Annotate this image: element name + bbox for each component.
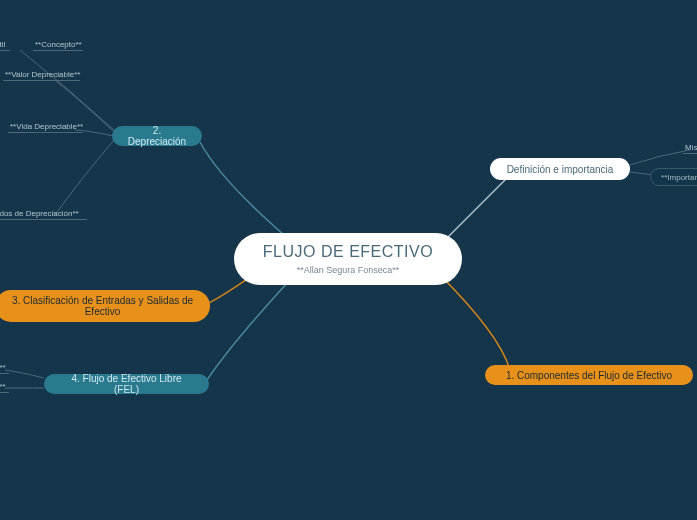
center-node[interactable]: FLUJO DE EFECTIVO **Allan Segura Fonseca…: [234, 233, 462, 285]
node-depreciacion[interactable]: 2. Depreciación: [112, 126, 202, 146]
leaf-fel-a-line: [0, 392, 9, 393]
leaf-util-line: [0, 50, 10, 51]
node-clasificacion[interactable]: 3. Clasificación de Entradas y Salidas d…: [0, 290, 210, 322]
node-fel[interactable]: 4. Flujo de Efectivo Libre (FEL): [44, 374, 209, 394]
leaf-vida-depreciable: **Vida Depreciable**: [10, 122, 83, 131]
node-definicion[interactable]: Definición e importancia: [490, 158, 630, 180]
leaf-concepto-line: [33, 50, 83, 51]
node-definicion-label: Definición e importancia: [507, 164, 614, 175]
leaf-fel-a: a**: [0, 382, 6, 391]
leaf-util: útil: [0, 40, 5, 49]
leaf-metodos-line: [0, 219, 87, 220]
center-subtitle: **Allan Segura Fonseca**: [297, 265, 400, 275]
leaf-metodos: odos de Depreciación**: [0, 209, 79, 218]
node-componentes[interactable]: 1. Componentes del Flujo de Efectivo: [485, 365, 693, 385]
leaf-mis: Mis: [685, 143, 697, 152]
leaf-fel-n-line: [0, 373, 9, 374]
leaf-fel-n: n**: [0, 363, 6, 372]
center-title: FLUJO DE EFECTIVO: [263, 243, 433, 261]
node-importancia[interactable]: **Importan: [650, 168, 697, 186]
node-clasificacion-label: 3. Clasificación de Entradas y Salidas d…: [9, 295, 196, 317]
node-depreciacion-label: 2. Depreciación: [126, 125, 188, 147]
node-fel-label: 4. Flujo de Efectivo Libre (FEL): [58, 373, 195, 395]
leaf-concepto: **Concepto**: [35, 40, 82, 49]
node-componentes-label: 1. Componentes del Flujo de Efectivo: [506, 370, 672, 381]
node-importancia-label: **Importan: [661, 173, 697, 182]
leaf-valor-line: [3, 80, 80, 81]
leaf-vida-line: [8, 132, 83, 133]
leaf-valor-depreciable: **Valor Depreciable**: [5, 70, 80, 79]
leaf-mis-line: [683, 153, 697, 154]
